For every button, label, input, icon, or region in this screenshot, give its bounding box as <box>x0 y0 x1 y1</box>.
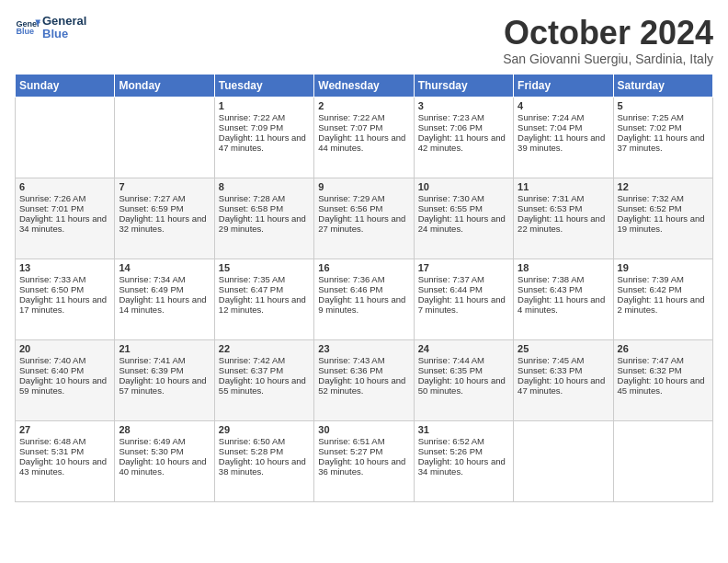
cell-info: Sunrise: 6:52 AM <box>418 436 509 446</box>
cell-info: Daylight: 11 hours and 29 minutes. <box>219 213 310 234</box>
cell-info: Daylight: 10 hours and 34 minutes. <box>418 456 509 477</box>
logo: General Blue General Blue <box>15 15 86 41</box>
svg-text:Blue: Blue <box>16 27 34 36</box>
cell-info: Sunset: 6:59 PM <box>119 203 210 213</box>
cell-info: Sunset: 6:37 PM <box>219 365 310 375</box>
calendar-cell: 18Sunrise: 7:38 AMSunset: 6:43 PMDayligh… <box>514 259 613 339</box>
cell-info: Sunset: 6:50 PM <box>19 284 110 294</box>
logo-icon: General Blue <box>15 15 40 40</box>
cell-info: Daylight: 11 hours and 24 minutes. <box>418 213 509 234</box>
cell-info: Daylight: 11 hours and 12 minutes. <box>219 294 310 315</box>
cell-info: Sunrise: 7:29 AM <box>318 193 409 203</box>
calendar-week-1: 1Sunrise: 7:22 AMSunset: 7:09 PMDaylight… <box>16 97 713 178</box>
calendar-cell: 4Sunrise: 7:24 AMSunset: 7:04 PMDaylight… <box>514 97 613 178</box>
cell-info: Sunset: 5:31 PM <box>19 446 110 456</box>
calendar-cell: 14Sunrise: 7:34 AMSunset: 6:49 PMDayligh… <box>115 259 214 339</box>
cell-info: Sunrise: 7:40 AM <box>19 355 110 365</box>
calendar-week-5: 27Sunrise: 6:48 AMSunset: 5:31 PMDayligh… <box>16 420 713 501</box>
cell-info: Sunset: 6:35 PM <box>418 365 509 375</box>
date-number: 4 <box>518 100 609 111</box>
cell-info: Sunrise: 7:26 AM <box>19 193 110 203</box>
cell-info: Sunset: 6:39 PM <box>119 365 210 375</box>
calendar-cell: 30Sunrise: 6:51 AMSunset: 5:27 PMDayligh… <box>314 420 414 501</box>
calendar-cell: 15Sunrise: 7:35 AMSunset: 6:47 PMDayligh… <box>214 259 313 339</box>
cell-info: Daylight: 11 hours and 14 minutes. <box>119 294 210 315</box>
cell-info: Sunset: 6:53 PM <box>518 203 609 213</box>
cell-info: Sunrise: 7:23 AM <box>418 112 509 122</box>
cell-info: Sunrise: 6:48 AM <box>19 436 110 446</box>
date-number: 3 <box>418 100 509 111</box>
calendar-cell: 7Sunrise: 7:27 AMSunset: 6:59 PMDaylight… <box>115 178 214 259</box>
cell-info: Sunset: 6:43 PM <box>518 284 609 294</box>
date-number: 13 <box>19 262 110 273</box>
calendar-week-4: 20Sunrise: 7:40 AMSunset: 6:40 PMDayligh… <box>16 339 713 420</box>
cell-info: Daylight: 11 hours and 32 minutes. <box>119 213 210 234</box>
cell-info: Daylight: 11 hours and 27 minutes. <box>318 213 409 234</box>
date-number: 9 <box>318 181 409 192</box>
cell-info: Daylight: 11 hours and 37 minutes. <box>618 132 709 153</box>
date-number: 10 <box>418 181 509 192</box>
title-area: October 2024 San Giovanni Suergiu, Sardi… <box>503 15 713 66</box>
day-header-sunday: Sunday <box>16 74 115 97</box>
cell-info: Sunrise: 7:44 AM <box>418 355 509 365</box>
cell-info: Sunrise: 7:37 AM <box>418 274 509 284</box>
cell-info: Sunrise: 7:47 AM <box>618 355 709 365</box>
cell-info: Daylight: 11 hours and 17 minutes. <box>19 294 110 315</box>
calendar-cell: 31Sunrise: 6:52 AMSunset: 5:26 PMDayligh… <box>414 420 513 501</box>
date-number: 8 <box>219 181 310 192</box>
day-header-wednesday: Wednesday <box>314 74 414 97</box>
cell-info: Daylight: 11 hours and 4 minutes. <box>518 294 609 315</box>
calendar-cell: 13Sunrise: 7:33 AMSunset: 6:50 PMDayligh… <box>16 259 115 339</box>
date-number: 30 <box>318 424 409 435</box>
cell-info: Sunset: 7:06 PM <box>418 122 509 132</box>
cell-info: Sunset: 6:47 PM <box>219 284 310 294</box>
cell-info: Sunset: 6:42 PM <box>618 284 709 294</box>
date-number: 20 <box>19 343 110 354</box>
cell-info: Sunset: 7:07 PM <box>318 122 409 132</box>
calendar-table: SundayMondayTuesdayWednesdayThursdayFrid… <box>15 74 713 502</box>
cell-info: Daylight: 10 hours and 50 minutes. <box>418 375 509 396</box>
calendar-subtitle: San Giovanni Suergiu, Sardinia, Italy <box>503 52 713 66</box>
date-number: 16 <box>318 262 409 273</box>
cell-info: Daylight: 11 hours and 7 minutes. <box>418 294 509 315</box>
cell-info: Sunset: 6:55 PM <box>418 203 509 213</box>
cell-info: Sunset: 5:28 PM <box>219 446 310 456</box>
cell-info: Daylight: 10 hours and 55 minutes. <box>219 375 310 396</box>
cell-info: Daylight: 10 hours and 38 minutes. <box>219 456 310 477</box>
cell-info: Sunset: 7:04 PM <box>518 122 609 132</box>
calendar-cell: 6Sunrise: 7:26 AMSunset: 7:01 PMDaylight… <box>16 178 115 259</box>
date-number: 25 <box>518 343 609 354</box>
cell-info: Sunset: 6:44 PM <box>418 284 509 294</box>
cell-info: Sunrise: 7:22 AM <box>318 112 409 122</box>
calendar-cell <box>613 420 712 501</box>
calendar-cell: 29Sunrise: 6:50 AMSunset: 5:28 PMDayligh… <box>214 420 313 501</box>
cell-info: Daylight: 11 hours and 39 minutes. <box>518 132 609 153</box>
date-number: 21 <box>119 343 210 354</box>
cell-info: Sunrise: 7:45 AM <box>518 355 609 365</box>
date-number: 11 <box>518 181 609 192</box>
date-number: 19 <box>618 262 709 273</box>
calendar-cell: 8Sunrise: 7:28 AMSunset: 6:58 PMDaylight… <box>214 178 313 259</box>
date-number: 27 <box>19 424 110 435</box>
date-number: 5 <box>618 100 709 111</box>
date-number: 2 <box>318 100 409 111</box>
page-header: General Blue General Blue October 2024 S… <box>15 15 713 66</box>
calendar-cell: 28Sunrise: 6:49 AMSunset: 5:30 PMDayligh… <box>115 420 214 501</box>
cell-info: Sunrise: 7:36 AM <box>318 274 409 284</box>
date-number: 22 <box>219 343 310 354</box>
cell-info: Daylight: 11 hours and 22 minutes. <box>518 213 609 234</box>
calendar-cell: 24Sunrise: 7:44 AMSunset: 6:35 PMDayligh… <box>414 339 513 420</box>
cell-info: Sunrise: 7:30 AM <box>418 193 509 203</box>
day-header-thursday: Thursday <box>414 74 513 97</box>
cell-info: Daylight: 10 hours and 45 minutes. <box>618 375 709 396</box>
cell-info: Sunset: 7:02 PM <box>618 122 709 132</box>
cell-info: Daylight: 11 hours and 42 minutes. <box>418 132 509 153</box>
cell-info: Sunset: 6:33 PM <box>518 365 609 375</box>
cell-info: Sunset: 6:40 PM <box>19 365 110 375</box>
calendar-cell: 1Sunrise: 7:22 AMSunset: 7:09 PMDaylight… <box>214 97 313 178</box>
cell-info: Sunset: 5:27 PM <box>318 446 409 456</box>
calendar-cell: 3Sunrise: 7:23 AMSunset: 7:06 PMDaylight… <box>414 97 513 178</box>
logo-text: General Blue <box>42 15 86 41</box>
calendar-cell: 5Sunrise: 7:25 AMSunset: 7:02 PMDaylight… <box>613 97 712 178</box>
cell-info: Sunrise: 7:24 AM <box>518 112 609 122</box>
